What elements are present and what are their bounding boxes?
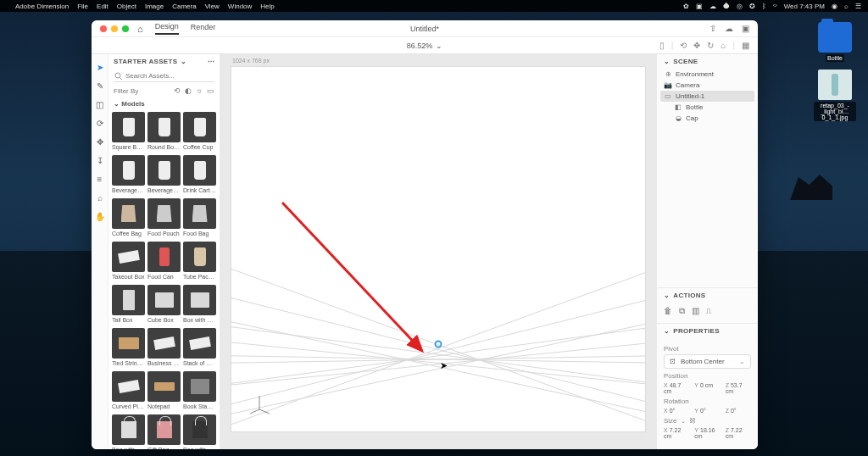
more-icon[interactable]: ⋯ (208, 58, 214, 65)
sampler-tool-icon[interactable]: ◫ (94, 98, 106, 110)
asset-card[interactable]: Tall Box (112, 285, 145, 326)
chevron-down-icon[interactable]: ⌄ (681, 418, 686, 425)
rotation-x-field[interactable]: X0° (664, 408, 689, 414)
asset-card[interactable]: Coffee Bag (112, 198, 145, 240)
bluetooth-icon[interactable]: ᛒ (762, 3, 766, 10)
minimize-icon[interactable] (111, 25, 118, 32)
canvas-viewport[interactable]: ➤ (231, 66, 646, 432)
chevron-down-icon[interactable]: ⌄ (664, 327, 670, 335)
asset-card[interactable]: Notepad (147, 371, 181, 413)
position-x-field[interactable]: X48.7 cm (664, 382, 689, 394)
scene-item-camera[interactable]: 📷Camera (660, 80, 754, 91)
menu-camera[interactable]: Camera (172, 3, 196, 10)
menu-help[interactable]: Help (260, 3, 274, 10)
status-icon[interactable]: ✿ (683, 3, 689, 10)
menu-file[interactable]: File (77, 3, 88, 10)
pivot-dropdown[interactable]: ⊡ Bottom Center ⌄ (664, 354, 751, 369)
dropbox-icon[interactable]: ⯃ (723, 3, 730, 10)
asset-card[interactable]: Book Stan… (183, 371, 216, 413)
close-icon[interactable] (100, 25, 107, 32)
filter-lights-icon[interactable]: ☼ (196, 86, 203, 95)
asset-card[interactable]: Beverage… (147, 155, 181, 197)
asset-card[interactable]: Box with O… (183, 285, 216, 326)
desktop-file-retap[interactable]: retap_03_-_light_bl…0_1_1.jpg (814, 70, 856, 121)
size-y-field[interactable]: Y18.16 cm (694, 427, 720, 439)
scene-item-cap[interactable]: ◒Cap (660, 113, 754, 124)
zoom-dropdown[interactable]: 86.52% ⌄ (407, 42, 443, 50)
pan-tool-icon[interactable]: ✥ (94, 136, 106, 147)
asset-card[interactable]: Food Can (147, 242, 181, 283)
filter-materials-icon[interactable]: ◐ (185, 86, 192, 95)
camera-orbit-icon[interactable]: ⟲ (680, 41, 687, 50)
asset-card[interactable]: Gift Bag (147, 414, 181, 449)
share-icon[interactable]: ⇪ (709, 24, 716, 33)
chevron-down-icon[interactable]: ⌄ (664, 58, 670, 65)
zoom-tool-icon[interactable]: ⌕ (94, 192, 106, 203)
menu-edit[interactable]: Edit (97, 3, 108, 10)
asset-card[interactable]: Bag with W… (112, 414, 145, 449)
assets-grid[interactable]: Square Bo… Round Bot… Coffee Cup Beverag… (108, 110, 220, 449)
status-icon[interactable]: ◎ (737, 3, 743, 10)
filter-models-icon[interactable]: ⟲ (174, 86, 181, 95)
control-center-icon[interactable]: ☰ (855, 3, 861, 10)
wifi-icon[interactable]: ⌔ (773, 3, 777, 10)
chevron-down-icon[interactable]: ⌄ (114, 100, 120, 108)
asset-card[interactable]: Food Bag (183, 198, 216, 240)
camera-home-icon[interactable]: ⌂ (721, 41, 726, 50)
asset-card[interactable]: Round Bot… (147, 112, 181, 153)
status-icon[interactable]: ☁ (709, 3, 716, 10)
bookmark-icon[interactable]: ▯ (659, 41, 665, 50)
asset-card[interactable]: Takeout Box (112, 242, 145, 283)
asset-card[interactable]: Business C… (147, 328, 181, 370)
search-input[interactable] (114, 70, 214, 82)
status-icon[interactable]: ✪ (749, 3, 755, 10)
scene-item-bottle[interactable]: ◧Bottle (660, 102, 754, 113)
link-constrain-icon[interactable]: ⛓ (689, 417, 696, 425)
home-icon[interactable]: ⌂ (137, 24, 143, 34)
learn-icon[interactable]: ▣ (742, 24, 749, 33)
camera-pan-icon[interactable]: ✥ (693, 41, 700, 50)
asset-card[interactable]: Stack of Ca… (183, 328, 216, 370)
group-action-icon[interactable]: ▥ (692, 306, 699, 316)
horizon-tool-icon[interactable]: ≡ (94, 173, 106, 185)
maximize-icon[interactable] (122, 25, 129, 32)
tab-design[interactable]: Design (155, 22, 179, 35)
asset-card[interactable]: Tube Pack… (183, 242, 216, 283)
camera-dolly-icon[interactable]: ↻ (707, 41, 714, 50)
render-preview-icon[interactable]: ▦ (742, 41, 749, 50)
menu-window[interactable]: Window (228, 3, 252, 10)
asset-card[interactable]: Beverage… (112, 155, 145, 197)
cloud-icon[interactable]: ☁ (725, 24, 733, 33)
menu-app[interactable]: Adobe Dimension (15, 3, 69, 10)
asset-card[interactable]: Food Pouch (147, 198, 181, 240)
rotation-y-field[interactable]: Y0° (694, 408, 720, 414)
asset-card[interactable]: Square Bo… (112, 112, 145, 153)
magic-wand-tool-icon[interactable]: ✎ (94, 80, 106, 92)
asset-card[interactable]: Cube Box (147, 285, 181, 326)
desktop-folder-bottle[interactable]: Bottle (814, 22, 856, 62)
orbit-tool-icon[interactable]: ⟳ (94, 117, 106, 129)
menu-view[interactable]: View (205, 3, 220, 10)
rotation-z-field[interactable]: Z0° (726, 408, 751, 414)
scene-item-environment[interactable]: ⊕Environment (660, 69, 754, 80)
asset-card[interactable]: Bag with C… (183, 414, 216, 449)
duplicate-action-icon[interactable]: ⧉ (679, 306, 685, 316)
align-action-icon[interactable]: ⎍ (706, 306, 711, 316)
asset-card[interactable]: Drink Cart… (183, 155, 216, 197)
scene-item-untitled[interactable]: ▭Untitled-1 (660, 91, 754, 102)
size-z-field[interactable]: Z7.22 cm (726, 427, 751, 439)
hand-tool-icon[interactable]: ✋ (94, 210, 106, 222)
menu-object[interactable]: Object (117, 3, 136, 10)
dolly-tool-icon[interactable]: ↧ (94, 154, 106, 166)
position-y-field[interactable]: Y0 cm (694, 382, 720, 394)
filter-images-icon[interactable]: ▭ (207, 86, 214, 95)
chevron-down-icon[interactable]: ⌄ (181, 58, 186, 65)
canvas-area[interactable]: 1024 x 768 px (220, 54, 656, 449)
select-tool-icon[interactable]: ➤ (94, 61, 106, 73)
status-icon[interactable]: ▣ (696, 3, 703, 10)
spotlight-icon[interactable]: ⌕ (844, 3, 849, 10)
menu-image[interactable]: Image (145, 3, 164, 10)
position-z-field[interactable]: Z53.7 cm (726, 382, 751, 394)
asset-card[interactable]: Coffee Cup (183, 112, 216, 153)
asset-card[interactable]: Tied String… (112, 328, 145, 370)
